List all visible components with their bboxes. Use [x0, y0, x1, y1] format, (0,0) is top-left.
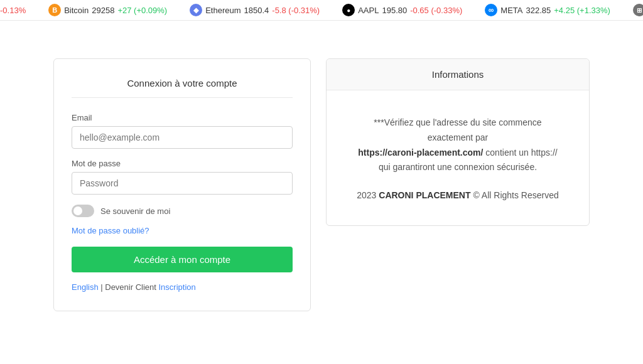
eth-icon: ◆	[190, 4, 202, 16]
inscription-link[interactable]: Inscription	[159, 282, 196, 292]
ticker-prev-change: -0.13%	[0, 6, 26, 15]
eth-name: Ethereum	[205, 6, 240, 15]
footer-separator: | Devenir Client	[99, 282, 159, 292]
ms-icon: ⊞	[633, 4, 643, 16]
password-input[interactable]	[72, 172, 293, 195]
password-label: Mot de passe	[72, 159, 293, 168]
aapl-name: AAPL	[358, 6, 379, 15]
login-card: Connexion à votre compte Email Mot de pa…	[53, 58, 311, 311]
aapl-price: 195.80	[382, 6, 407, 15]
brand-name: CARONI PLACEMENT	[379, 190, 470, 200]
submit-button[interactable]: Accéder à mon compte	[72, 247, 293, 272]
btc-price: 29258	[92, 6, 114, 15]
aapl-change: -0.65 (-0.33%)	[410, 6, 462, 15]
meta-price: 322.85	[526, 6, 551, 15]
forgot-password-link[interactable]: Mot de passe oublié?	[72, 226, 293, 235]
info-card: Informations ***Vérifiez que l'adresse d…	[326, 58, 590, 226]
info-copyright: 2023 CARONI PLACEMENT © All Rights Reser…	[352, 190, 564, 200]
info-url: https://caroni-placement.com/	[358, 147, 483, 158]
main-content: Connexion à votre compte Email Mot de pa…	[0, 21, 643, 360]
eth-change: -5.8 (-0.31%)	[272, 6, 320, 15]
rights-text: © All Rights Reserved	[473, 190, 558, 200]
meta-icon: ∞	[485, 4, 497, 16]
eth-price: 1850.4	[244, 6, 269, 15]
ticker-item-aapl: ● AAPL 195.80 -0.65 (-0.33%)	[342, 4, 462, 16]
ticker-item-prev: -0.13%	[0, 6, 26, 15]
ticker-item-eth: ◆ Ethereum 1850.4 -5.8 (-0.31%)	[190, 4, 320, 16]
info-card-body: ***Vérifiez que l'adresse du site commen…	[327, 90, 589, 225]
aapl-icon: ●	[342, 4, 355, 16]
card-footer-links: English | Devenir Client Inscription	[72, 282, 293, 292]
info-body-text: ***Vérifiez que l'adresse du site commen…	[374, 117, 541, 142]
toggle-slider	[72, 205, 94, 217]
btc-name: Bitcoin	[64, 6, 89, 15]
info-text: ***Vérifiez que l'adresse du site commen…	[352, 115, 564, 175]
remember-row: Se souvenir de moi	[72, 205, 293, 217]
ticker-item-ms: ⊞ M	[633, 4, 643, 16]
copyright-year: 2023	[357, 190, 376, 200]
password-form-group: Mot de passe	[72, 159, 293, 195]
remember-toggle[interactable]	[72, 205, 94, 217]
english-link[interactable]: English	[72, 282, 99, 292]
meta-name: META	[500, 6, 522, 15]
info-card-header: Informations	[327, 59, 589, 90]
email-input[interactable]	[72, 126, 293, 149]
meta-change: +4.25 (+1.33%)	[554, 6, 610, 15]
remember-label: Se souvenir de moi	[100, 206, 170, 216]
login-card-title: Connexion à votre compte	[72, 78, 293, 98]
email-form-group: Email	[72, 113, 293, 149]
ticker-item-meta: ∞ META 322.85 +4.25 (+1.33%)	[485, 4, 610, 16]
ticker-item-btc: B Bitcoin 29258 +27 (+0.09%)	[48, 4, 167, 16]
ticker-inner: -0.13% B Bitcoin 29258 +27 (+0.09%) ◆ Et…	[0, 4, 643, 16]
ticker-bar: -0.13% B Bitcoin 29258 +27 (+0.09%) ◆ Et…	[0, 0, 643, 21]
email-label: Email	[72, 113, 293, 122]
btc-icon: B	[48, 4, 61, 16]
btc-change: +27 (+0.09%)	[117, 6, 167, 15]
